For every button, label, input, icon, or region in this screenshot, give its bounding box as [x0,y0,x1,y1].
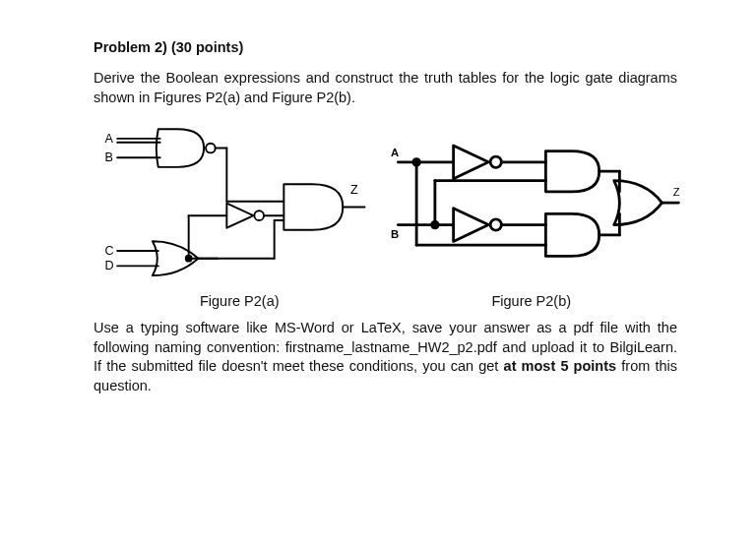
circuit-p2b-svg: A B Z [389,125,684,282]
circuit-p2a-svg: A B C D Z [94,125,379,287]
label-A: A [105,132,114,146]
svg-point-27 [490,219,501,230]
svg-point-21 [490,156,501,167]
svg-point-24 [413,159,420,166]
label-B-b: B [391,228,399,240]
submission-instructions: Use a typing software like MS-Word or La… [94,319,677,395]
figure-p2b: A B Z [389,125,684,287]
figure-captions: Figure P2(a) Figure P2(b) [94,293,677,309]
svg-point-3 [206,144,216,153]
caption-p2a: Figure P2(a) [94,293,386,309]
instructions-bold: at most 5 points [504,358,617,374]
label-C: C [105,244,114,258]
svg-point-9 [254,211,264,220]
problem-heading: Problem 2) (30 points) [94,39,677,55]
problem-page: Problem 2) (30 points) Derive the Boolea… [0,0,756,395]
svg-point-16 [186,256,192,262]
label-A-b: A [391,147,399,158]
label-Z-a: Z [350,183,358,197]
label-D: D [105,259,114,272]
label-Z-b: Z [673,186,680,198]
svg-point-30 [432,221,439,228]
problem-prompt: Derive the Boolean expressions and const… [94,69,677,107]
label-B: B [105,151,113,164]
caption-p2b: Figure P2(b) [386,293,678,309]
figure-p2a: A B C D Z [94,125,379,287]
figures-row: A B C D Z [94,125,677,287]
